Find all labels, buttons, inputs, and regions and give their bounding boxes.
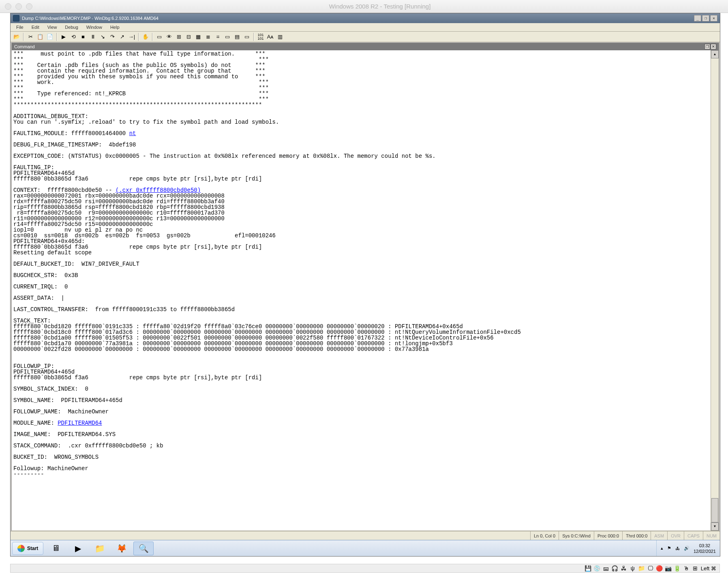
windbg-titlebar[interactable]: Dump C:\Windows\MEMORY.DMP - WinDbg:6.2.… bbox=[11, 13, 720, 23]
host-hd-icon[interactable]: 💾 bbox=[585, 565, 591, 572]
vm-host-statusbar: 💾 💿 🖴 🎧 🖧 ψ 📁 🖵 🔴 📷 🔋 🖱 ⊞ Left ⌘ bbox=[10, 564, 720, 573]
host-disk-icon[interactable]: 🖴 bbox=[603, 565, 609, 572]
status-ovr: OVR bbox=[667, 531, 684, 540]
start-button[interactable]: Start bbox=[12, 542, 43, 555]
status-asm: ASM bbox=[651, 531, 667, 540]
restart-icon[interactable]: ⟲ bbox=[69, 32, 78, 41]
minimize-button[interactable]: _ bbox=[694, 15, 701, 21]
status-caps: CAPS bbox=[684, 531, 703, 540]
binary-icon[interactable]: 101101 bbox=[256, 32, 265, 41]
cut-icon[interactable]: ✂ bbox=[26, 32, 35, 41]
source-mode-icon[interactable]: ▭ bbox=[242, 32, 251, 41]
host-net-icon[interactable]: 🖧 bbox=[621, 565, 627, 572]
host-window-controls bbox=[5, 3, 32, 10]
host-close-button[interactable] bbox=[5, 3, 11, 10]
host-mouse-icon[interactable]: 🖱 bbox=[683, 565, 689, 572]
options-icon[interactable]: ▥ bbox=[276, 32, 285, 41]
close-button[interactable]: ✕ bbox=[710, 15, 717, 21]
watch-window-icon[interactable]: 👁 bbox=[165, 32, 173, 41]
taskbar-server-manager[interactable]: 🖥 bbox=[46, 542, 66, 555]
menu-bar: File Edit View Debug Window Help bbox=[11, 23, 720, 32]
menu-edit[interactable]: Edit bbox=[28, 24, 43, 30]
menu-debug[interactable]: Debug bbox=[61, 24, 82, 30]
host-rec-icon[interactable]: 🔴 bbox=[656, 565, 663, 572]
step-out-icon[interactable]: ↗ bbox=[118, 32, 126, 41]
host-usb-icon[interactable]: ψ bbox=[630, 565, 636, 572]
menu-window[interactable]: Window bbox=[82, 24, 106, 30]
callstack-window-icon[interactable]: ≣ bbox=[203, 32, 212, 41]
memory-window-icon[interactable]: ▦ bbox=[194, 32, 203, 41]
system-clock[interactable]: 03:32 12/02/2021 bbox=[694, 543, 716, 554]
host-cd-icon[interactable]: 💿 bbox=[594, 565, 600, 572]
host-shared-icon[interactable]: 📁 bbox=[638, 565, 645, 572]
taskbar-powershell[interactable]: ▶ bbox=[68, 542, 88, 555]
scroll-down-icon[interactable]: ▼ bbox=[711, 522, 719, 531]
status-num: NUM bbox=[703, 531, 720, 540]
status-lncol: Ln 0, Col 0 bbox=[530, 531, 559, 540]
status-proc: Proc 000:0 bbox=[594, 531, 622, 540]
host-capture-key: Left ⌘ bbox=[701, 565, 716, 572]
step-over-icon[interactable]: ↷ bbox=[108, 32, 117, 41]
menu-help[interactable]: Help bbox=[106, 24, 124, 30]
step-into-icon[interactable]: ↘ bbox=[98, 32, 107, 41]
stop-icon[interactable]: ■ bbox=[79, 32, 88, 41]
scratch-window-icon[interactable]: ▭ bbox=[223, 32, 232, 41]
disasm-window-icon[interactable]: ⌗ bbox=[213, 32, 222, 41]
open-icon[interactable]: 📂 bbox=[12, 32, 21, 41]
scroll-up-icon[interactable]: ▲ bbox=[711, 50, 719, 58]
go-icon[interactable]: ▶ bbox=[59, 32, 68, 41]
windbg-window: Dump C:\Windows\MEMORY.DMP - WinDbg:6.2.… bbox=[11, 13, 720, 540]
vertical-scrollbar[interactable]: ▲ ▼ bbox=[711, 50, 719, 531]
breakpoint-icon[interactable]: ✋ bbox=[141, 32, 150, 41]
command-panel-title: Command bbox=[14, 44, 35, 49]
tray-network-icon[interactable]: 🖧 bbox=[675, 546, 680, 551]
command-output[interactable]: *** must point to .pdb files that have f… bbox=[12, 50, 711, 531]
menu-file[interactable]: File bbox=[12, 24, 28, 30]
vm-viewport: Dump C:\Windows\MEMORY.DMP - WinDbg:6.2.… bbox=[10, 13, 720, 557]
taskbar-firefox[interactable]: 🦊 bbox=[111, 542, 132, 555]
status-thrd: Thrd 000:0 bbox=[622, 531, 651, 540]
tray-volume-icon[interactable]: 🔊 bbox=[684, 546, 689, 551]
windows-taskbar: Start 🖥 ▶ 📁 🦊 🔍 ▴ ⚑ 🖧 🔊 03:32 12/02/2021 bbox=[11, 540, 720, 556]
host-display-icon[interactable]: 🖵 bbox=[647, 565, 654, 572]
processes-window-icon[interactable]: ▤ bbox=[233, 32, 242, 41]
windbg-app-icon bbox=[13, 15, 19, 21]
windows-logo-icon bbox=[17, 545, 25, 552]
tray-flag-icon[interactable]: ⚑ bbox=[667, 546, 671, 551]
tray-show-hidden-icon[interactable]: ▴ bbox=[661, 546, 663, 551]
command-window-icon[interactable]: ▭ bbox=[155, 32, 164, 41]
command-panel: Command ❐ ✕ *** must point to .pdb files… bbox=[11, 43, 719, 539]
run-to-cursor-icon[interactable]: →| bbox=[127, 32, 136, 41]
host-power-icon[interactable]: 🔋 bbox=[674, 565, 681, 572]
host-cam-icon[interactable]: 📷 bbox=[665, 565, 672, 572]
windbg-status-bar: Ln 0, Col 0 Sys 0:C:\Wind Proc 000:0 Thr… bbox=[11, 531, 720, 540]
windbg-title-text: Dump C:\Windows\MEMORY.DMP - WinDbg:6.2.… bbox=[22, 16, 158, 21]
taskbar-windbg[interactable]: 🔍 bbox=[133, 542, 154, 555]
command-panel-header[interactable]: Command ❐ ✕ bbox=[12, 43, 719, 50]
registers-window-icon[interactable]: ⊟ bbox=[184, 32, 193, 41]
scroll-thumb[interactable] bbox=[711, 498, 718, 522]
restore-button[interactable]: ❐ bbox=[702, 15, 709, 21]
host-kbd-icon[interactable]: ⊞ bbox=[692, 565, 698, 572]
panel-close-button[interactable]: ✕ bbox=[711, 44, 716, 49]
host-audio-icon[interactable]: 🎧 bbox=[612, 565, 618, 572]
status-sys: Sys 0:C:\Wind bbox=[559, 531, 594, 540]
taskbar-explorer[interactable]: 📁 bbox=[90, 542, 110, 555]
host-titlebar: Windows 2008 R2 - Testing [Running] bbox=[0, 0, 728, 13]
panel-restore-button[interactable]: ❐ bbox=[704, 44, 710, 49]
host-title: Windows 2008 R2 - Testing [Running] bbox=[36, 3, 723, 10]
paste-icon[interactable]: 📄 bbox=[45, 32, 54, 41]
host-minimize-button[interactable] bbox=[15, 3, 22, 10]
menu-view[interactable]: View bbox=[43, 24, 61, 30]
host-zoom-button[interactable] bbox=[26, 3, 32, 10]
locals-window-icon[interactable]: ⊞ bbox=[174, 32, 183, 41]
link-module[interactable]: PDFILTERAMD64 bbox=[58, 420, 102, 426]
font-icon[interactable]: Aᴀ bbox=[266, 32, 275, 41]
break-icon[interactable]: ⏸ bbox=[88, 32, 97, 41]
toolbar: 📂 ✂ 📋 📄 ▶ ⟲ ■ ⏸ ↘ ↷ ↗ →| ✋ ▭ 👁 ⊞ ⊟ ▦ ≣ ⌗… bbox=[11, 32, 720, 42]
link-nt[interactable]: nt bbox=[129, 130, 136, 137]
system-tray[interactable]: ▴ ⚑ 🖧 🔊 03:32 12/02/2021 bbox=[656, 540, 720, 556]
copy-icon[interactable]: 📋 bbox=[36, 32, 45, 41]
